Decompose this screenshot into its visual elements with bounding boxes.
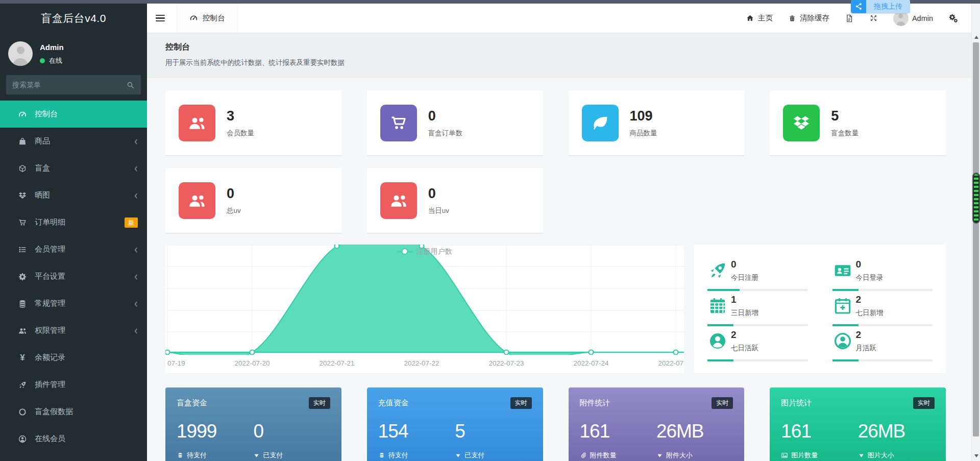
page-header: 控制台 用于展示当前系统中的统计数据、统计报表及重要实时数据 [147,33,971,78]
users-icon [389,191,408,210]
stat-card-icon-box [783,105,820,141]
fullscreen-button[interactable] [869,14,878,22]
caret-icon [656,452,663,459]
stat-value: 0 [428,186,449,202]
cube-icon [18,164,27,173]
bag-icon [18,137,27,146]
expand-icon [869,14,878,22]
x-tick-label: 2022-07-25 [658,359,684,367]
sidebar-item-cart[interactable]: 订单明细新 [0,209,147,236]
sidebar-item-dashboard[interactable]: 控制台 [0,101,147,128]
summary-card-title: 充值资金 [378,398,409,408]
users-icon [187,191,207,210]
settings-button[interactable] [948,13,958,23]
sidebar-item-label: 插件管理 [35,380,65,390]
stat-label: 当日uv [428,206,449,215]
mini-stat-progress [707,324,808,326]
summary-left-label: 待支付 [378,451,455,460]
sidebar-item-label: 权限管理 [35,326,65,335]
sidebar-item-list[interactable]: 会员管理‹ [0,236,147,263]
sidebar-item-label: 会员管理 [35,245,65,254]
stat-value: 3 [227,108,254,124]
summary-left-value: 1999 [177,421,253,442]
online-dot-icon [40,58,45,63]
user-name: Admin [40,43,64,52]
summary-right-value: 26MB [656,421,733,442]
search-input[interactable] [12,81,126,89]
summary-right-value: 26MB [858,421,935,442]
stat-label: 会员数量 [227,129,254,138]
sidebar-item-users[interactable]: 权限管理‹ [0,317,147,344]
chevron-left-icon: ‹ [134,297,138,310]
sidebar-item-label: 常规管理 [35,299,65,308]
mini-stat-value: 1 [731,294,758,305]
drag-upload-badge[interactable]: 拖拽上传 [851,0,910,13]
x-tick-label: 2022-07-24 [573,359,608,367]
user-status-label: 在线 [49,56,62,65]
sidebar-item-cube[interactable]: 盲盒‹ [0,155,147,182]
realtime-badge: 实时 [913,397,935,409]
sidebar-item-label: 在线会员 [35,434,65,444]
mini-stat-label: 七日活跃 [731,344,758,353]
coins-icon [378,452,385,459]
search-icon [126,81,135,89]
sidebar-menu: 控制台商品‹盲盒‹晒图‹订单明细新会员管理‹平台设置‹常规管理‹权限管理‹¥余额… [0,101,147,452]
x-tick-label: 2022-07-20 [234,359,270,367]
sidebar-item-user-circle[interactable]: 在线会员 [0,425,147,452]
yen-icon: ¥ [20,353,24,363]
sidebar-item-gear[interactable]: 平台设置‹ [0,263,147,290]
sidebar-item-yen[interactable]: ¥余额记录 [0,344,147,371]
cart-icon [389,113,408,133]
mini-stat-今日登录: 0今日登录 [832,256,933,291]
stat-label: 商品数量 [630,129,657,138]
caret-icon [253,452,260,459]
gears-icon [948,13,958,23]
menu-search-box[interactable] [6,75,141,94]
x-tick-label: 2022-07-23 [488,359,524,367]
clear-cache-button[interactable]: 清除缓存 [788,13,829,23]
page-scrollbar[interactable] [971,4,980,461]
mini-stat-label: 今日登录 [856,273,884,282]
gears-icon [948,13,958,23]
legend-label: 注册用户数 [416,247,452,256]
summary-card-盲盒资金: 盲盒资金实时19990待支付已支付 [165,387,341,461]
mini-stat-value: 2 [856,294,884,305]
page-title: 控制台 [165,42,953,53]
sidebar-item-bag[interactable]: 商品‹ [0,128,147,155]
sidebar-item-rocket[interactable]: 插件管理 [0,371,147,398]
docs-button[interactable] [845,14,854,23]
chevron-left-icon: ‹ [134,243,138,256]
x-tick-label: 2022-07-21 [319,359,354,367]
dashboard-icon [189,14,198,22]
sidebar-item-label: 晒图 [35,190,50,200]
sidebar-item-dropbox[interactable]: 晒图‹ [0,182,147,209]
home-link[interactable]: 主页 [746,13,773,23]
trash-icon [788,14,796,22]
stat-cards-grid: 3会员数量0盲盒订单数109商品数量5盲盒数量0总uv0当日uv [165,90,946,233]
rocket-icon [18,380,27,390]
summary-right-value: 0 [253,421,330,442]
summary-left-label: 附件数量 [580,451,656,460]
document-icon [845,14,854,23]
stat-card-icon-box [179,182,215,219]
trash-icon [788,14,796,22]
sidebar-toggle-button[interactable] [147,4,174,33]
mini-stat-label: 三日新增 [731,308,758,318]
summary-left-value: 154 [378,421,455,442]
mini-stats-panel: 0今日注册0今日登录1三日新增2七日新增2七日活跃2月活跃 [694,245,946,373]
scroll-up-arrow-icon[interactable] [972,33,980,41]
summary-card-title: 附件统计 [580,398,610,408]
coins-icon [177,452,184,459]
scrollbar-thumb[interactable] [973,42,979,436]
scroll-down-arrow-icon[interactable] [972,452,980,460]
chevron-left-icon: ‹ [134,135,138,148]
leaf-icon [591,113,610,133]
tab-console[interactable]: 控制台 [177,4,238,33]
chart-legend[interactable]: 注册用户数 [398,247,452,256]
brand-title: 盲盒后台v4.0 [0,4,147,33]
share-nodes-icon [851,0,866,13]
sidebar-item-label: 订单明细 [35,217,65,227]
calendar-icon [707,296,728,316]
sidebar-item-database[interactable]: 常规管理‹ [0,290,147,317]
sidebar-item-circle[interactable]: 盲盒假数据 [0,398,147,425]
